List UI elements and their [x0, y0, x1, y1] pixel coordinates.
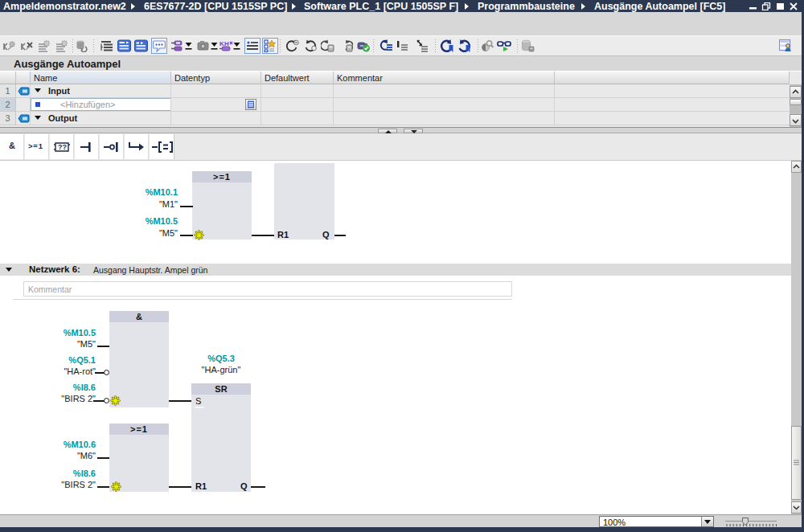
svg-text:??: ?? [58, 143, 67, 151]
